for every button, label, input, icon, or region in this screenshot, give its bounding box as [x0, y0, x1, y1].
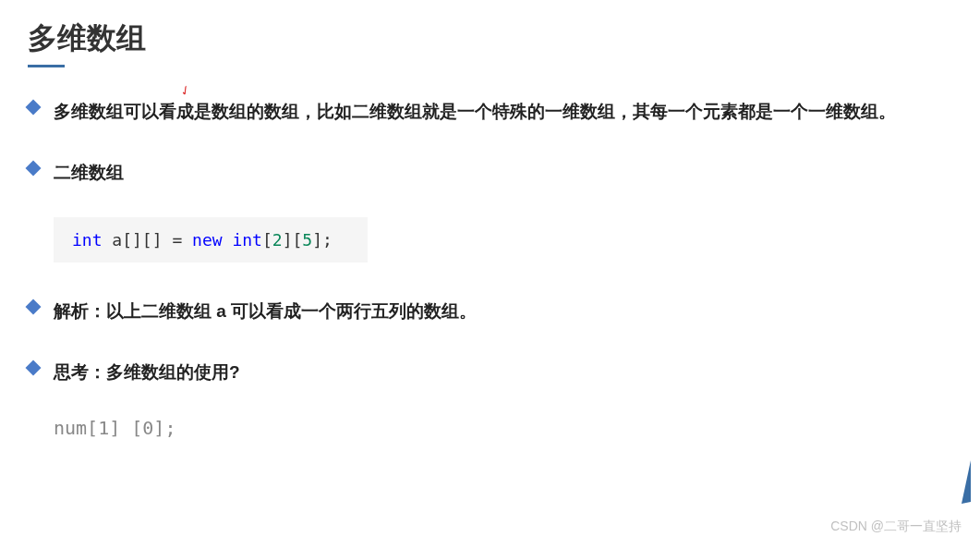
keyword-int: int: [72, 230, 103, 250]
bullet-item-2: 二维数组: [28, 156, 952, 189]
decorative-corner: [962, 460, 971, 504]
title-underline: [28, 65, 65, 67]
bullet-item-3: 解析：以上二维数组 a 可以看成一个两行五列的数组。: [28, 295, 952, 328]
page-title: 多维数组: [28, 18, 952, 59]
diamond-icon: [26, 100, 42, 116]
diamond-icon: [26, 161, 42, 177]
number-2: 2: [272, 230, 283, 250]
semicolon: ;: [322, 230, 333, 250]
rbracket: ]: [312, 230, 322, 250]
bullet-text-2: 二维数组: [54, 156, 124, 189]
bullet-item-4: 思考：多维数组的使用?: [28, 356, 952, 389]
keyword-new: new: [192, 230, 223, 250]
type-int: int: [232, 230, 262, 250]
bullet-text-4: 思考：多维数组的使用?: [54, 356, 240, 389]
number-5: 5: [302, 230, 312, 250]
code-block: int a[][] = new int[2][5];: [54, 217, 368, 262]
lbracket: [: [292, 230, 302, 250]
equals: =: [172, 230, 192, 250]
plain-code: num[1] [0];: [54, 417, 952, 439]
rbracket: ]: [283, 230, 293, 250]
space: [223, 230, 233, 250]
diamond-icon: [26, 360, 42, 376]
watermark: CSDN @二哥一直坚持: [830, 518, 962, 535]
bullet-text-1: 多维数组可以看成是数组的数组，比如二维数组就是一个特殊的一维数组，其每一个元素都…: [54, 95, 896, 128]
identifier: a[][]: [103, 230, 173, 250]
bullet-text-3: 解析：以上二维数组 a 可以看成一个两行五列的数组。: [54, 295, 477, 328]
lbracket: [: [262, 230, 272, 250]
code-text: int a[][] = new int[2][5];: [72, 230, 333, 250]
diamond-icon: [26, 299, 42, 315]
bullet-item-1: 多维数组可以看成是数组的数组，比如二维数组就是一个特殊的一维数组，其每一个元素都…: [28, 95, 952, 128]
